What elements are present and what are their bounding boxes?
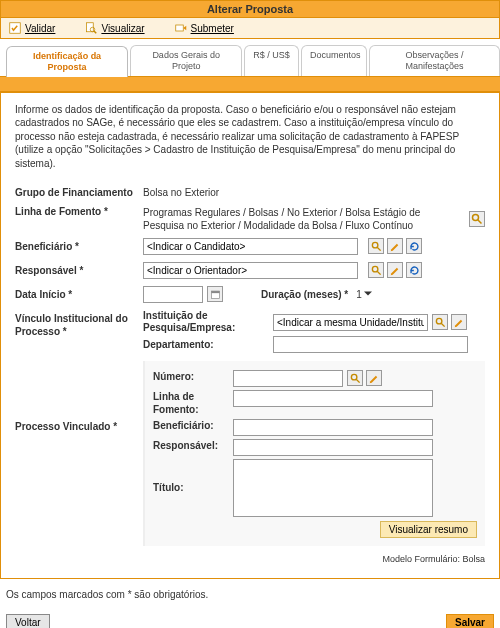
numero-sublabel: Número: [153,370,233,383]
visualizar-label: Visualizar [101,23,144,34]
responsavel-input[interactable] [143,262,358,279]
departamento-sublabel: Departamento: [143,339,273,351]
svg-point-15 [351,374,357,380]
search-doc-icon [85,22,97,34]
grupo-value: Bolsa no Exterior [143,187,485,198]
beneficiario-edit-icon[interactable] [387,238,403,254]
bottom-bar: Voltar Salvar [0,610,500,628]
numero-edit-icon[interactable] [366,370,382,386]
form-panel: Informe os dados de identificação da pro… [0,92,500,580]
tab-bar: Identificação da Proposta Dados Gerais d… [0,45,500,76]
responsavel-edit-icon[interactable] [387,262,403,278]
beneficiario-input[interactable] [143,238,358,255]
tab-rs-us[interactable]: R$ / US$ [244,45,299,76]
nested-responsavel-sublabel: Responsável: [153,439,233,452]
data-inicio-input[interactable] [143,286,203,303]
chevron-down-icon [364,291,372,297]
processo-label: Processo Vinculado * [15,361,143,432]
svg-line-14 [441,323,444,326]
svg-point-5 [473,215,479,221]
nested-linha-input[interactable] [233,390,433,407]
numero-search-icon[interactable] [347,370,363,386]
submeter-label: Submeter [191,23,234,34]
nested-linha-sublabel: Linha de Fomento: [153,390,233,416]
beneficiario-refresh-icon[interactable] [406,238,422,254]
visualizar-resumo-button[interactable]: Visualizar resumo [380,521,477,538]
numero-input[interactable] [233,370,343,387]
nested-beneficiario-input[interactable] [233,419,433,436]
responsavel-search-icon[interactable] [368,262,384,278]
nested-responsavel-input[interactable] [233,439,433,456]
nested-titulo-textarea[interactable] [233,459,433,517]
beneficiario-search-icon[interactable] [368,238,384,254]
linha-label: Linha de Fomento * [15,206,143,217]
validar-label: Validar [25,23,55,34]
grupo-label: Grupo de Financiamento [15,187,143,198]
svg-line-16 [356,379,359,382]
tab-observacoes[interactable]: Observações / Manifestações [369,45,500,76]
check-icon [9,22,21,34]
nested-titulo-sublabel: Título: [153,459,233,494]
vinculo-label: Vínculo Institucional do Processo * [15,308,143,338]
svg-rect-12 [211,291,219,293]
validar-link[interactable]: Validar [9,22,55,34]
instituicao-input[interactable] [273,314,428,331]
processo-nested-panel: Número: Linha de Fomento: Beneficiário: [143,361,485,546]
departamento-input[interactable] [273,336,468,353]
svg-point-13 [436,318,442,324]
nested-beneficiario-sublabel: Beneficiário: [153,419,233,432]
svg-line-8 [377,247,380,250]
svg-line-10 [377,271,380,274]
salvar-button[interactable]: Salvar [446,614,494,628]
submeter-link[interactable]: Submeter [175,22,234,34]
svg-line-3 [94,31,96,33]
svg-line-6 [478,220,482,224]
voltar-button[interactable]: Voltar [6,614,50,628]
action-bar: Validar Visualizar Submeter [0,18,500,39]
intro-text: Informe os dados de identificação da pro… [15,103,485,171]
calendar-icon[interactable] [207,286,223,302]
duracao-label: Duração (meses) * [261,289,348,300]
instituicao-edit-icon[interactable] [451,314,467,330]
svg-point-9 [372,266,378,272]
linha-search-icon[interactable] [469,211,485,227]
beneficiario-label: Beneficiário * [15,241,143,252]
linha-value: Programas Regulares / Bolsas / No Exteri… [143,206,465,232]
responsavel-label: Responsável * [15,265,143,276]
page-title: Alterar Proposta [0,0,500,18]
submit-icon [175,22,187,34]
tab-documentos[interactable]: Documentos [301,45,367,76]
tab-identificacao[interactable]: Identificação da Proposta [6,46,128,77]
instituicao-search-icon[interactable] [432,314,448,330]
visualizar-link[interactable]: Visualizar [85,22,144,34]
duracao-value[interactable]: 1 [356,289,372,300]
instituicao-sublabel: Instituição de Pesquisa/Empresa: [143,310,273,334]
responsavel-refresh-icon[interactable] [406,262,422,278]
svg-rect-4 [175,25,183,31]
mandatory-fields-note: Os campos marcados com * são obrigatório… [6,589,494,600]
tab-dados-gerais[interactable]: Dados Gerais do Projeto [130,45,242,76]
svg-point-7 [372,242,378,248]
modelo-formulario-note: Modelo Formulário: Bolsa [15,554,485,564]
data-inicio-label: Data Início * [15,289,143,300]
tab-accent-band [0,76,500,92]
